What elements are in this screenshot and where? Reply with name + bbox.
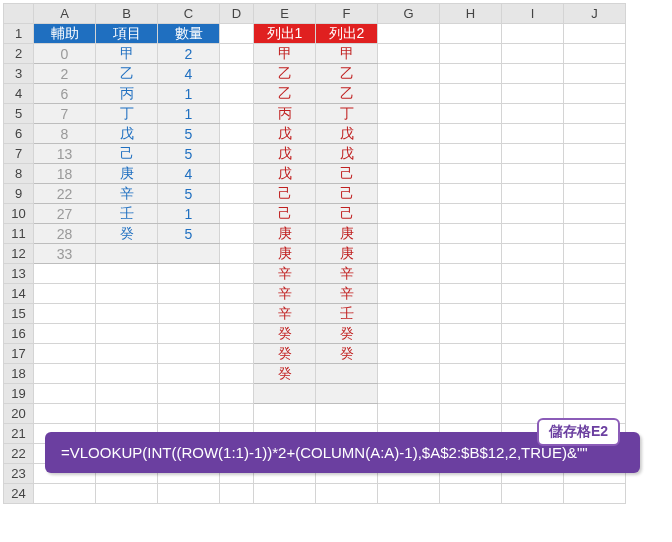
cell-E1[interactable]: 列出1 xyxy=(254,24,316,44)
select-all-corner[interactable] xyxy=(4,4,34,24)
cell-B12[interactable] xyxy=(96,244,158,264)
col-header-A[interactable]: A xyxy=(34,4,96,24)
cell-I5[interactable] xyxy=(502,104,564,124)
cell-H8[interactable] xyxy=(440,164,502,184)
cell-E24[interactable] xyxy=(254,484,316,504)
cell-F16[interactable]: 癸 xyxy=(316,324,378,344)
cell-I9[interactable] xyxy=(502,184,564,204)
cell-I11[interactable] xyxy=(502,224,564,244)
cell-E16[interactable]: 癸 xyxy=(254,324,316,344)
cell-E5[interactable]: 丙 xyxy=(254,104,316,124)
cell-H11[interactable] xyxy=(440,224,502,244)
cell-G11[interactable] xyxy=(378,224,440,244)
cell-A4[interactable]: 6 xyxy=(34,84,96,104)
cell-G20[interactable] xyxy=(378,404,440,424)
cell-H4[interactable] xyxy=(440,84,502,104)
cell-H5[interactable] xyxy=(440,104,502,124)
cell-A24[interactable] xyxy=(34,484,96,504)
cell-A1[interactable]: 輔助 xyxy=(34,24,96,44)
cell-C7[interactable]: 5 xyxy=(158,144,220,164)
cell-I1[interactable] xyxy=(502,24,564,44)
row-header-19[interactable]: 19 xyxy=(4,384,34,404)
cell-F6[interactable]: 戊 xyxy=(316,124,378,144)
cell-F8[interactable]: 己 xyxy=(316,164,378,184)
cell-F4[interactable]: 乙 xyxy=(316,84,378,104)
cell-E14[interactable]: 辛 xyxy=(254,284,316,304)
cell-F13[interactable]: 辛 xyxy=(316,264,378,284)
cell-G14[interactable] xyxy=(378,284,440,304)
cell-J11[interactable] xyxy=(564,224,626,244)
cell-I3[interactable] xyxy=(502,64,564,84)
cell-B14[interactable] xyxy=(96,284,158,304)
cell-J8[interactable] xyxy=(564,164,626,184)
cell-H7[interactable] xyxy=(440,144,502,164)
cell-G13[interactable] xyxy=(378,264,440,284)
cell-G5[interactable] xyxy=(378,104,440,124)
cell-F7[interactable]: 戊 xyxy=(316,144,378,164)
cell-I6[interactable] xyxy=(502,124,564,144)
cell-A16[interactable] xyxy=(34,324,96,344)
cell-D15[interactable] xyxy=(220,304,254,324)
cell-B4[interactable]: 丙 xyxy=(96,84,158,104)
cell-C5[interactable]: 1 xyxy=(158,104,220,124)
cell-H12[interactable] xyxy=(440,244,502,264)
row-header-22[interactable]: 22 xyxy=(4,444,34,464)
cell-B19[interactable] xyxy=(96,384,158,404)
cell-D6[interactable] xyxy=(220,124,254,144)
cell-A11[interactable]: 28 xyxy=(34,224,96,244)
col-header-D[interactable]: D xyxy=(220,4,254,24)
cell-G15[interactable] xyxy=(378,304,440,324)
row-header-7[interactable]: 7 xyxy=(4,144,34,164)
cell-A3[interactable]: 2 xyxy=(34,64,96,84)
cell-A9[interactable]: 22 xyxy=(34,184,96,204)
cell-C13[interactable] xyxy=(158,264,220,284)
row-header-12[interactable]: 12 xyxy=(4,244,34,264)
cell-D24[interactable] xyxy=(220,484,254,504)
cell-D9[interactable] xyxy=(220,184,254,204)
row-header-3[interactable]: 3 xyxy=(4,64,34,84)
cell-B7[interactable]: 己 xyxy=(96,144,158,164)
col-header-E[interactable]: E xyxy=(254,4,316,24)
row-header-24[interactable]: 24 xyxy=(4,484,34,504)
cell-J14[interactable] xyxy=(564,284,626,304)
cell-G7[interactable] xyxy=(378,144,440,164)
cell-B10[interactable]: 壬 xyxy=(96,204,158,224)
cell-E20[interactable] xyxy=(254,404,316,424)
cell-A8[interactable]: 18 xyxy=(34,164,96,184)
cell-C18[interactable] xyxy=(158,364,220,384)
cell-H17[interactable] xyxy=(440,344,502,364)
cell-J9[interactable] xyxy=(564,184,626,204)
cell-B13[interactable] xyxy=(96,264,158,284)
cell-E15[interactable]: 辛 xyxy=(254,304,316,324)
cell-B20[interactable] xyxy=(96,404,158,424)
cell-F3[interactable]: 乙 xyxy=(316,64,378,84)
cell-F14[interactable]: 辛 xyxy=(316,284,378,304)
cell-F11[interactable]: 庚 xyxy=(316,224,378,244)
cell-I16[interactable] xyxy=(502,324,564,344)
cell-C3[interactable]: 4 xyxy=(158,64,220,84)
cell-F24[interactable] xyxy=(316,484,378,504)
col-header-F[interactable]: F xyxy=(316,4,378,24)
cell-C24[interactable] xyxy=(158,484,220,504)
cell-G12[interactable] xyxy=(378,244,440,264)
cell-H15[interactable] xyxy=(440,304,502,324)
cell-D20[interactable] xyxy=(220,404,254,424)
cell-E13[interactable]: 辛 xyxy=(254,264,316,284)
cell-C20[interactable] xyxy=(158,404,220,424)
cell-H10[interactable] xyxy=(440,204,502,224)
cell-G18[interactable] xyxy=(378,364,440,384)
cell-D5[interactable] xyxy=(220,104,254,124)
cell-E2[interactable]: 甲 xyxy=(254,44,316,64)
spreadsheet-grid[interactable]: A B C D E F G H I J 1輔助項目數量列出1列出220甲2甲甲3… xyxy=(3,3,626,504)
cell-F12[interactable]: 庚 xyxy=(316,244,378,264)
cell-J5[interactable] xyxy=(564,104,626,124)
cell-E17[interactable]: 癸 xyxy=(254,344,316,364)
cell-B17[interactable] xyxy=(96,344,158,364)
cell-D17[interactable] xyxy=(220,344,254,364)
cell-J4[interactable] xyxy=(564,84,626,104)
row-header-23[interactable]: 23 xyxy=(4,464,34,484)
cell-J17[interactable] xyxy=(564,344,626,364)
cell-C4[interactable]: 1 xyxy=(158,84,220,104)
cell-E18[interactable]: 癸 xyxy=(254,364,316,384)
cell-D1[interactable] xyxy=(220,24,254,44)
